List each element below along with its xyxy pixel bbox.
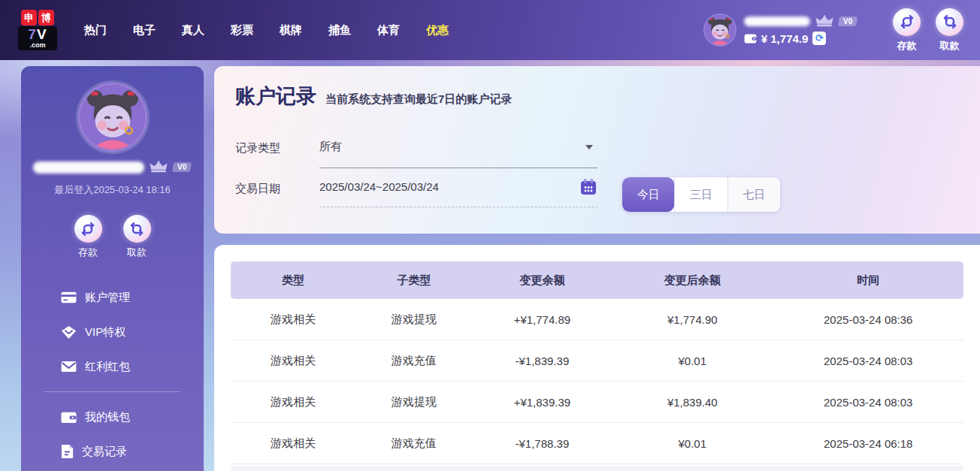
- user-avatar: [703, 14, 737, 47]
- gem-icon: [61, 325, 77, 340]
- sidebar-item-label: 交易记录: [82, 445, 127, 459]
- account-records-panel: 账户记录 当前系统支持查询最近7日的账户记录 记录类型 所有 交易日期 2025…: [214, 66, 980, 234]
- document-icon: [61, 444, 74, 459]
- sidebar-menu: 账户管理 VIP特权 红利红包: [21, 280, 204, 469]
- logo-badge-1: 申: [21, 10, 37, 26]
- wallet-icon: [61, 410, 77, 424]
- page-subtitle: 当前系统支持查询最近7日的账户记录: [325, 92, 512, 107]
- withdraw-button[interactable]: 取款: [936, 8, 963, 53]
- record-type-value: 所有: [319, 140, 342, 152]
- nav-item[interactable]: 彩票: [231, 23, 253, 38]
- site-logo[interactable]: 申 博 7V .com: [18, 10, 57, 50]
- header-change: 变更余额: [473, 273, 612, 288]
- main-nav: 热门电子真人彩票棋牌捕鱼体育优惠: [84, 23, 449, 38]
- deposit-label: 存款: [78, 246, 98, 259]
- cell-subtype: 游戏充值: [355, 436, 473, 451]
- logo-badge-2: 博: [38, 10, 54, 26]
- date-range-row: 交易日期 2025/03/24~2025/03/24: [235, 180, 980, 207]
- sidebar-item-bonus[interactable]: 红利红包: [21, 349, 204, 384]
- vip-crown-icon: [149, 161, 168, 174]
- cell-change-amount: -¥1,788.39: [473, 437, 612, 450]
- sidebar-item-account[interactable]: 账户管理: [21, 280, 204, 315]
- nav-item[interactable]: 优惠: [426, 23, 449, 38]
- avatar-illustration: [80, 85, 145, 149]
- nav-item[interactable]: 捕鱼: [328, 23, 351, 38]
- logo-box: 7V .com: [18, 26, 57, 50]
- nav-item[interactable]: 真人: [182, 23, 204, 38]
- records-table-panel: 类型 子类型 变更余额 变更后余额 时间 游戏相关 游戏提现 +¥1,774.8…: [214, 245, 980, 471]
- nav-item[interactable]: 体育: [377, 23, 400, 38]
- date-range-label: 交易日期: [235, 180, 319, 196]
- sidebar-user-row: V0: [21, 161, 204, 174]
- nav-item[interactable]: 热门: [84, 23, 107, 38]
- cell-type: 游戏相关: [231, 436, 355, 451]
- record-type-label: 记录类型: [235, 140, 319, 155]
- last-login-text: 最后登入2025-03-24 18:16: [21, 183, 204, 197]
- withdraw-label: 取款: [940, 39, 960, 53]
- table-footer-strip: [231, 466, 963, 471]
- cell-change-amount: -¥1,839.39: [473, 355, 612, 367]
- sidebar-item-label: 我的钱包: [85, 410, 130, 424]
- balance-row: ¥ 1,774.9 ⟳: [744, 32, 857, 45]
- chevron-down-icon: [585, 145, 593, 149]
- range-button[interactable]: 今日: [622, 177, 674, 212]
- vip-crown-icon: [815, 15, 834, 28]
- sidebar-item-label: VIP特权: [85, 325, 126, 340]
- panel-title-row: 账户记录 当前系统支持查询最近7日的账户记录: [235, 83, 980, 110]
- sidebar-avatar: [78, 83, 147, 152]
- page-title: 账户记录: [235, 83, 316, 110]
- range-button[interactable]: 三日: [674, 177, 727, 212]
- date-range-value: 2025/03/24~2025/03/24: [319, 180, 439, 193]
- sidebar-item-label: 账户管理: [85, 291, 130, 305]
- card-icon: [61, 291, 77, 303]
- username-blurred: [33, 162, 144, 174]
- navbar-right: V0 ¥ 1,774.9 ⟳: [703, 8, 980, 53]
- cell-time: 2025-03-24 08:03: [773, 355, 964, 367]
- table-header: 类型 子类型 变更余额 变更后余额 时间: [231, 261, 963, 299]
- nav-item[interactable]: 棋牌: [280, 23, 302, 38]
- deposit-button[interactable]: 存款: [74, 215, 102, 259]
- header-type: 类型: [231, 273, 355, 288]
- cell-time: 2025-03-24 08:03: [773, 396, 964, 409]
- cell-type: 游戏相关: [231, 354, 355, 368]
- table-body: 游戏相关 游戏提现 +¥1,774.89 ¥1,774.90 2025-03-2…: [231, 299, 963, 464]
- date-range-input[interactable]: 2025/03/24~2025/03/24: [319, 180, 597, 207]
- header-after-balance: 变更后余额: [612, 273, 773, 288]
- username-blurred: [744, 17, 810, 26]
- cell-after-balance: ¥0.01: [612, 355, 773, 367]
- page-background: V0 最后登入2025-03-24 18:16 存款: [0, 60, 980, 471]
- avatar-illustration: [705, 15, 735, 45]
- wallet-icon: [744, 34, 757, 44]
- sidebar-actions: 存款 取款: [21, 215, 204, 259]
- user-block: V0 ¥ 1,774.9 ⟳: [703, 14, 857, 47]
- cell-type: 游戏相关: [231, 395, 355, 409]
- record-type-select[interactable]: 所有: [319, 140, 597, 168]
- deposit-label: 存款: [897, 39, 917, 53]
- range-button[interactable]: 七日: [727, 177, 780, 212]
- sidebar-item-vip[interactable]: VIP特权: [21, 315, 204, 349]
- withdraw-label: 取款: [127, 246, 147, 259]
- table-row: 游戏相关 游戏提现 +¥1,839.39 ¥1,839.40 2025-03-2…: [231, 382, 963, 423]
- cell-after-balance: ¥1,839.40: [612, 396, 773, 409]
- refresh-balance-icon[interactable]: ⟳: [812, 32, 826, 45]
- calendar-icon[interactable]: [579, 178, 597, 196]
- table-row: 游戏相关 游戏提现 +¥1,774.89 ¥1,774.90 2025-03-2…: [231, 299, 963, 340]
- withdraw-button[interactable]: 取款: [123, 215, 151, 259]
- header-subtype: 子类型: [355, 273, 473, 288]
- sidebar-item-transactions[interactable]: 交易记录: [21, 434, 204, 469]
- envelope-icon: [61, 361, 77, 373]
- logo-badges: 申 博: [18, 10, 57, 26]
- deposit-button[interactable]: 存款: [893, 8, 921, 53]
- record-type-row: 记录类型 所有: [235, 140, 980, 168]
- logo-text: 7V: [20, 27, 56, 42]
- table-row: 游戏相关 游戏充值 -¥1,839.39 ¥0.01 2025-03-24 08…: [231, 340, 963, 382]
- cell-change-amount: +¥1,774.89: [473, 313, 612, 326]
- nav-item[interactable]: 电子: [133, 23, 156, 38]
- cell-subtype: 游戏充值: [355, 354, 473, 368]
- user-info: V0 ¥ 1,774.9 ⟳: [744, 15, 857, 45]
- sidebar: V0 最后登入2025-03-24 18:16 存款: [21, 66, 204, 471]
- deposit-icon: [893, 8, 921, 36]
- sidebar-item-wallet[interactable]: 我的钱包: [21, 400, 204, 434]
- balance-amount: ¥ 1,774.9: [761, 32, 809, 45]
- cell-after-balance: ¥0.01: [612, 437, 773, 450]
